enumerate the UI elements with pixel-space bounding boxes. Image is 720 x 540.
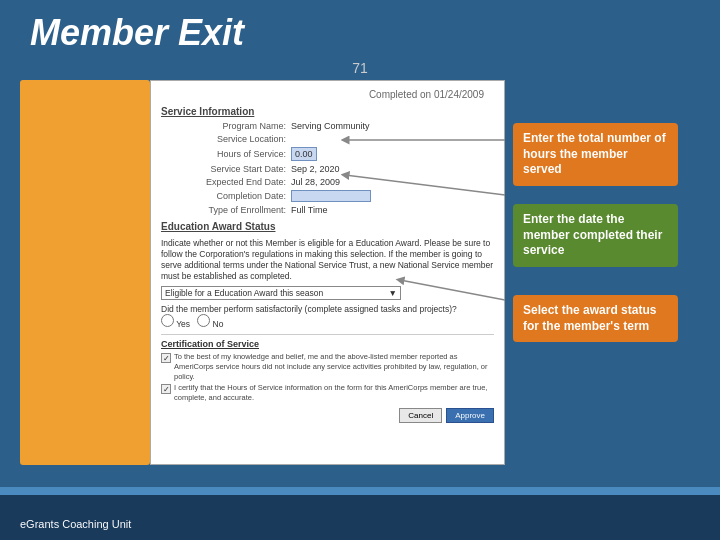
cert-text-1: To the best of my knowledge and belief, … (174, 352, 494, 381)
completion-date-label: Completion Date: (161, 191, 291, 201)
completed-on-value: 01/24/2009 (434, 89, 484, 100)
form-header: Completed on 01/24/2009 (161, 89, 494, 100)
hours-label: Hours of Service: (161, 149, 291, 159)
satisfaction-row: Did the member perform satisfactorily (c… (161, 304, 494, 329)
form-panel: Completed on 01/24/2009 Service Informat… (150, 80, 505, 465)
expected-end-label: Expected End Date: (161, 177, 291, 187)
service-info-title: Service Information (161, 106, 494, 117)
footer: eGrants Coaching Unit (20, 518, 131, 530)
service-location-label: Service Location: (161, 134, 291, 144)
cert-checkbox-1-row: ✓ To the best of my knowledge and belief… (161, 352, 494, 381)
award-dropdown-value: Eligible for a Education Award this seas… (165, 288, 323, 298)
date-callout: Enter the date the member completed thei… (513, 204, 678, 267)
dropdown-arrow-icon: ▼ (389, 288, 397, 298)
slide-number: 71 (352, 60, 368, 76)
cert-section: Certification of Service ✓ To the best o… (161, 334, 494, 423)
service-location-row: Service Location: (161, 134, 494, 144)
orange-sidebar (20, 80, 150, 465)
award-text: Indicate whether or not this Member is e… (161, 238, 494, 282)
completion-date-row: Completion Date: (161, 190, 494, 202)
education-award-title: Education Award Status (161, 221, 494, 232)
title-text: Member Exit (30, 12, 244, 54)
expected-end-value: Jul 28, 2009 (291, 177, 340, 187)
program-name-row: Program Name: Serving Community (161, 121, 494, 131)
cert-checkbox-2-row: ✓ I certify that the Hours of Service in… (161, 383, 494, 403)
award-dropdown[interactable]: Eligible for a Education Award this seas… (161, 286, 401, 300)
cert-title: Certification of Service (161, 339, 494, 349)
award-section: Indicate whether or not this Member is e… (161, 238, 494, 329)
enrollment-type-row: Type of Enrollment: Full Time (161, 205, 494, 215)
award-callout: Select the award status for the member's… (513, 295, 678, 342)
service-start-row: Service Start Date: Sep 2, 2020 (161, 164, 494, 174)
service-start-value: Sep 2, 2020 (291, 164, 340, 174)
hours-callout-text: Enter the total number of hours the memb… (523, 131, 666, 176)
hours-value: 0.00 (291, 147, 317, 161)
footer-label: eGrants Coaching Unit (20, 518, 131, 530)
page-title: Member Exit (30, 12, 244, 54)
form-buttons: Cancel Approve (161, 408, 494, 423)
completed-on-label: Completed on (369, 89, 431, 100)
yes-radio[interactable] (161, 314, 174, 327)
program-name-value: Serving Community (291, 121, 370, 131)
bottom-strip-accent (0, 487, 720, 495)
service-start-label: Service Start Date: (161, 164, 291, 174)
no-radio[interactable] (197, 314, 210, 327)
cert-text-2: I certify that the Hours of Service info… (174, 383, 494, 403)
approve-button[interactable]: Approve (446, 408, 494, 423)
cert-checkbox-1[interactable]: ✓ (161, 353, 171, 363)
hours-row: Hours of Service: 0.00 (161, 147, 494, 161)
enrollment-type-label: Type of Enrollment: (161, 205, 291, 215)
date-callout-text: Enter the date the member completed thei… (523, 212, 662, 257)
program-name-label: Program Name: (161, 121, 291, 131)
hours-callout: Enter the total number of hours the memb… (513, 123, 678, 186)
no-option[interactable]: No (197, 319, 223, 329)
cert-checkbox-2[interactable]: ✓ (161, 384, 171, 394)
completion-date-input[interactable] (291, 190, 371, 202)
expected-end-row: Expected End Date: Jul 28, 2009 (161, 177, 494, 187)
yes-option[interactable]: Yes (161, 319, 192, 329)
satisfaction-label: Did the member perform satisfactorily (c… (161, 304, 457, 314)
cancel-button[interactable]: Cancel (399, 408, 442, 423)
award-callout-text: Select the award status for the member's… (523, 303, 656, 333)
enrollment-type-value: Full Time (291, 205, 328, 215)
